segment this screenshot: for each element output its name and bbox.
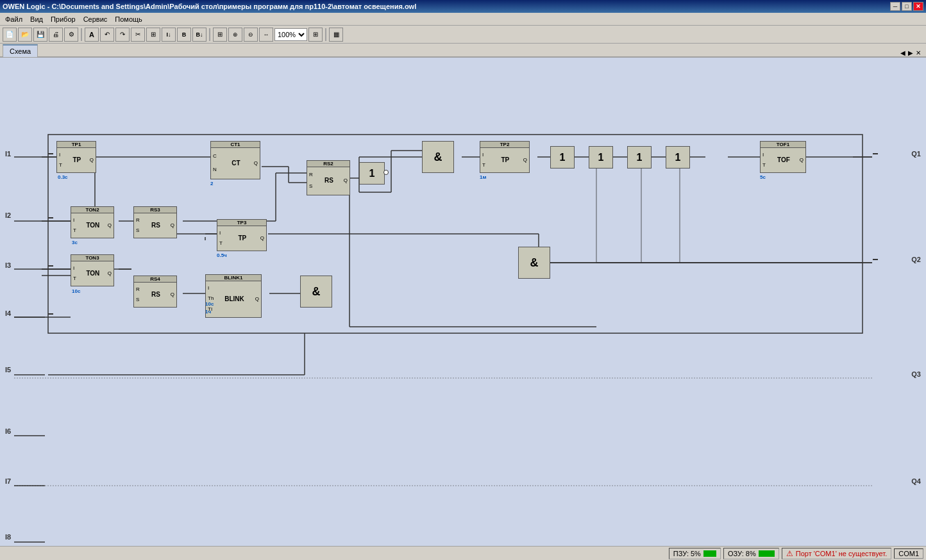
sep1 <box>81 28 82 41</box>
i4-tick <box>48 313 53 315</box>
input-i8: I8 <box>5 533 11 541</box>
block-tp2[interactable]: TP2 I T TP Q <box>480 141 530 173</box>
toolbar-btn12[interactable]: B <box>177 28 191 42</box>
block-ct1[interactable]: CT1 C N CT Q <box>210 141 260 179</box>
toolbar-btn9[interactable]: ✂ <box>131 28 145 42</box>
toolbar-grid2[interactable]: ⊞ <box>308 28 323 42</box>
tab-schema[interactable]: Схема <box>3 44 38 57</box>
output-q1: Q1 <box>911 150 921 158</box>
print-button[interactable]: 🖨 <box>49 28 63 42</box>
input-i4: I4 <box>5 309 11 317</box>
dot1 <box>383 170 389 175</box>
input-i2: I2 <box>5 211 11 219</box>
input-i6: I6 <box>5 427 11 435</box>
open-button[interactable]: 📂 <box>18 28 32 42</box>
i3-tick <box>48 265 53 267</box>
sep3 <box>325 28 326 41</box>
tab-next-button[interactable]: ▶ <box>908 49 913 56</box>
block-rs4[interactable]: RS4 R S RS Q <box>133 276 177 308</box>
menu-service[interactable]: Сервис <box>80 15 112 24</box>
menu-device[interactable]: Прибор <box>47 15 80 24</box>
tab-prev-button[interactable]: ◀ <box>900 49 905 56</box>
block-ton3[interactable]: TON3 I T TON Q <box>71 254 114 286</box>
zoom-fit-button[interactable]: ↔ <box>259 28 273 42</box>
toolbar-btn5[interactable]: ⚙ <box>64 28 78 42</box>
warning-segment: ⚠ Порт 'COM1' не существует. <box>782 548 891 559</box>
tabbar: Схема ◀ ▶ ✕ <box>0 44 926 58</box>
toolbar-a-btn[interactable]: A <box>85 28 99 42</box>
main-canvas[interactable]: I1 I2 I3 I4 I5 I6 I7 I8 Q1 Q2 Q3 Q4 TP1 … <box>0 58 926 546</box>
q2-tick <box>873 259 878 260</box>
pzu-bar <box>703 550 716 557</box>
toolbar-btn8[interactable]: ↷ <box>115 28 130 42</box>
output-q3: Q3 <box>911 370 921 378</box>
block-tp1[interactable]: TP1 I T TP Q <box>56 141 96 173</box>
block-1-d[interactable]: 1 <box>666 146 690 169</box>
menu-view[interactable]: Вид <box>26 15 47 24</box>
com-port: COM1 <box>894 548 923 559</box>
titlebar: OWEN Logic - C:\Documents and Settings\A… <box>0 0 926 13</box>
minimize-button[interactable]: ─ <box>890 2 900 11</box>
ozu-bar <box>759 550 775 557</box>
ton3-param: 10с <box>72 288 80 294</box>
zoom-in-button[interactable]: ⊕ <box>228 28 242 42</box>
statusbar: ПЗУ: 5% ОЗУ: 8% ⚠ Порт 'COM1' не существ… <box>0 546 926 560</box>
zoom-out-button[interactable]: ⊖ <box>244 28 258 42</box>
input-i5: I5 <box>5 366 11 374</box>
tab-controls: ◀ ▶ ✕ <box>900 49 923 56</box>
blink1-param1: 10с <box>205 301 214 307</box>
block-tof1[interactable]: TOF1 I T TOF Q <box>760 141 806 173</box>
close-button[interactable]: ✕ <box>913 2 923 11</box>
tof1-param: 5с <box>760 174 766 180</box>
block-rs3[interactable]: RS3 R S RS Q <box>133 206 177 238</box>
menubar: Файл Вид Прибор Сервис Помощь <box>0 13 926 26</box>
toolbar-btn11[interactable]: I↓ <box>162 28 176 42</box>
block-1-a[interactable]: 1 <box>550 146 575 169</box>
grid-button[interactable]: ⊞ <box>213 28 227 42</box>
ozu-segment: ОЗУ: 8% <box>723 548 779 559</box>
block-and3[interactable]: & <box>300 276 332 308</box>
toolbar-btn10[interactable]: ⊞ <box>146 28 160 42</box>
ct1-param: 2 <box>210 181 213 186</box>
block-ton2[interactable]: TON2 I T TON Q <box>71 206 114 238</box>
titlebar-controls: ─ □ ✕ <box>890 2 923 11</box>
block-and1[interactable]: & <box>422 141 454 173</box>
block-blink1[interactable]: BLINK1 I Th TI BLINK Q <box>205 274 262 318</box>
toolbar-btn13[interactable]: B↓ <box>192 28 206 42</box>
toolbar: 📄 📂 💾 🖨 ⚙ A ↶ ↷ ✂ ⊞ I↓ B B↓ ⊞ ⊕ ⊖ ↔ 100%… <box>0 26 926 44</box>
q1-tick <box>873 153 878 154</box>
tp1-param: 0.3с <box>58 174 68 180</box>
tp3-param: 0.5ч <box>217 252 227 258</box>
output-q2: Q2 <box>911 256 921 263</box>
tab-close-button[interactable]: ✕ <box>916 49 921 56</box>
warning-text: Порт 'COM1' не существует. <box>796 550 887 557</box>
block-1-rs2[interactable]: 1 <box>359 162 385 185</box>
toolbar-btn7[interactable]: ↶ <box>100 28 114 42</box>
output-q4: Q4 <box>911 477 921 485</box>
zoom-select[interactable]: 100% 50% 75% 125% 150% <box>274 28 307 41</box>
block-tp3[interactable]: TP3 I T TP Q <box>217 219 267 251</box>
i1-tick <box>48 153 53 154</box>
block-and2[interactable]: & <box>518 247 550 279</box>
input-i1: I1 <box>5 150 11 158</box>
block-1-b[interactable]: 1 <box>589 146 613 169</box>
warning-icon: ⚠ <box>786 549 793 558</box>
toolbar-special[interactable]: ▦ <box>329 28 343 42</box>
sep2 <box>209 28 210 41</box>
zoom-control: 100% 50% 75% 125% 150% <box>274 28 307 41</box>
save-button[interactable]: 💾 <box>33 28 47 42</box>
i2-tick <box>48 217 53 218</box>
blink1-param2: 1ч <box>205 309 211 315</box>
input-i7: I7 <box>5 477 11 485</box>
pzu-segment: ПЗУ: 5% <box>669 548 721 559</box>
ozu-label: ОЗУ: 8% <box>728 550 756 557</box>
block-1-c[interactable]: 1 <box>627 146 652 169</box>
menu-help[interactable]: Помощь <box>111 15 146 24</box>
maximize-button[interactable]: □ <box>902 2 912 11</box>
block-rs2[interactable]: RS2 R S RS Q <box>307 160 350 195</box>
new-button[interactable]: 📄 <box>3 28 17 42</box>
menu-file[interactable]: Файл <box>1 15 26 24</box>
pzu-label: ПЗУ: 5% <box>673 550 701 557</box>
tp2-param: 1м <box>480 174 486 180</box>
input-i3: I3 <box>5 261 11 269</box>
